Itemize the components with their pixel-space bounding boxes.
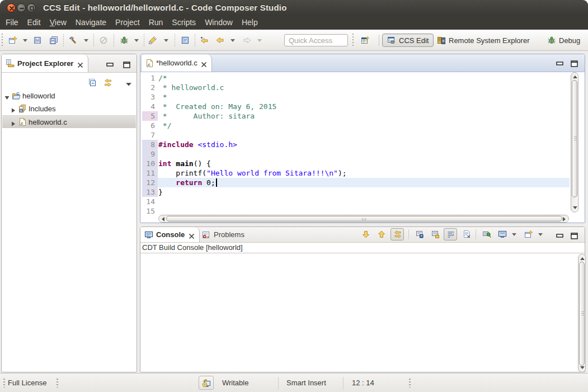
- open-console-dropdown-icon[interactable]: [538, 233, 543, 236]
- build-button[interactable]: [68, 36, 77, 45]
- perspective-ccs-edit[interactable]: CCS Edit: [382, 34, 434, 47]
- next-error-button[interactable]: [361, 230, 370, 239]
- editor-line-1[interactable]: 1/*: [140, 73, 585, 83]
- tab-editor-helloworld-c[interactable]: .c *helloworld.c: [141, 54, 212, 72]
- link-with-editor-button[interactable]: [104, 78, 112, 87]
- menu-file[interactable]: File: [1, 16, 23, 30]
- minimize-console-button[interactable]: [556, 232, 564, 238]
- pin-console-button[interactable]: [482, 230, 491, 239]
- console-vertical-scrollbar[interactable]: [578, 254, 586, 372]
- build-dropdown-icon[interactable]: [84, 39, 88, 42]
- launch-status-button[interactable]: [199, 376, 214, 390]
- forward-button[interactable]: [243, 36, 252, 45]
- code-editor[interactable]: 1/*2 * helloworld.c3 *4 * Created on: Ma…: [140, 73, 585, 216]
- skip-all-breakpoints-button[interactable]: [99, 36, 108, 45]
- scrollbar-thumb[interactable]: [166, 216, 562, 221]
- editor-vertical-scrollbar[interactable]: [571, 72, 578, 212]
- expander-expanded-icon[interactable]: [4, 93, 10, 99]
- tab-problems[interactable]: Problems: [197, 227, 249, 242]
- scroll-up-icon[interactable]: [573, 75, 577, 78]
- menu-navigate[interactable]: Navigate: [71, 16, 111, 30]
- display-selected-console-dropdown-icon[interactable]: [512, 233, 516, 236]
- scroll-up-icon[interactable]: [580, 257, 585, 260]
- close-tab-icon[interactable]: [77, 60, 83, 67]
- close-tab-icon[interactable]: [201, 60, 207, 66]
- word-wrap-button[interactable]: [446, 230, 455, 239]
- open-console-button[interactable]: [524, 230, 533, 239]
- maximize-editor-button[interactable]: [571, 59, 578, 66]
- tree-item-includes[interactable]: hIncludes: [2, 102, 136, 115]
- view-menu-button[interactable]: [125, 80, 134, 89]
- editor-line-6[interactable]: 6 */: [140, 121, 585, 130]
- editor-line-11[interactable]: 11 printf("Hello world from Sitara!!!\n"…: [140, 168, 585, 178]
- editor-line-10[interactable]: 10int main() {: [140, 159, 585, 168]
- menu-project[interactable]: Project: [111, 16, 144, 30]
- close-tab-icon[interactable]: [189, 232, 195, 238]
- debug-dropdown-icon[interactable]: [134, 39, 139, 42]
- titlebar[interactable]: CCS Edit - helloworld/helloworld.c - Cod…: [0, 0, 588, 16]
- editor-line-3[interactable]: 3 *: [140, 92, 585, 102]
- tab-console[interactable]: Console: [140, 227, 200, 242]
- flash-button[interactable]: [148, 36, 157, 45]
- tree-item-helloworld[interactable]: Chelloworld: [2, 89, 136, 102]
- editor-line-4[interactable]: 4 * Created on: May 6, 2015: [140, 102, 585, 111]
- display-selected-console-button[interactable]: [498, 230, 507, 239]
- show-console-stdout-button[interactable]: [415, 230, 424, 239]
- menu-view[interactable]: View: [45, 16, 71, 30]
- debug-button[interactable]: [120, 36, 129, 45]
- new-dropdown-icon[interactable]: [23, 39, 27, 42]
- perspective-remote-system-explorer[interactable]: Remote System Explorer: [432, 34, 534, 47]
- scroll-right-icon[interactable]: [563, 217, 566, 221]
- menu-scripts[interactable]: Scripts: [167, 16, 200, 30]
- text-cursor: [216, 178, 217, 187]
- editor-line-9[interactable]: 9: [140, 149, 585, 159]
- collapse-all-button[interactable]: [88, 78, 97, 87]
- menu-help[interactable]: Help: [237, 16, 262, 30]
- editor-line-8[interactable]: 8#include <stdio.h>: [140, 140, 585, 149]
- open-perspective-button[interactable]: [361, 36, 370, 45]
- menu-run[interactable]: Run: [144, 16, 168, 30]
- view-console-button[interactable]: [181, 36, 190, 45]
- editor-line-7[interactable]: 7: [140, 130, 585, 140]
- back-dropdown-icon[interactable]: [231, 39, 235, 42]
- clear-console-button[interactable]: [462, 230, 471, 239]
- minimize-button[interactable]: [17, 3, 26, 12]
- expander-collapsed-icon[interactable]: [10, 119, 16, 125]
- scroll-down-icon[interactable]: [573, 206, 577, 209]
- tab-project-explorer[interactable]: Project Explorer: [2, 54, 88, 72]
- previous-error-button[interactable]: [377, 230, 386, 239]
- forward-dropdown-icon[interactable]: [257, 39, 262, 42]
- minimize-editor-button[interactable]: [556, 59, 564, 66]
- show-console-stderr-button[interactable]: [431, 230, 440, 239]
- maximize-console-button[interactable]: [571, 232, 578, 238]
- save-button[interactable]: [33, 36, 42, 45]
- show-error-in-editor-button[interactable]: [393, 230, 402, 239]
- editor-line-12[interactable]: 12 return 0;: [140, 178, 585, 187]
- flash-dropdown-icon[interactable]: [164, 39, 168, 42]
- scroll-left-icon[interactable]: [162, 217, 164, 221]
- last-edit-location-button[interactable]: [200, 36, 209, 45]
- scrollbar-thumb[interactable]: [579, 262, 585, 366]
- maximize-button[interactable]: [27, 3, 36, 12]
- editor-line-2[interactable]: 2 * helloworld.c: [140, 83, 585, 92]
- close-button[interactable]: [7, 3, 16, 12]
- editor-line-5[interactable]: 5 * Author: sitara: [140, 111, 585, 121]
- menu-window[interactable]: Window: [200, 16, 237, 30]
- minimize-view-button[interactable]: [106, 60, 114, 67]
- back-button[interactable]: [215, 36, 224, 45]
- editor-horizontal-scrollbar[interactable]: [158, 215, 569, 223]
- perspective-label: Debug: [559, 36, 580, 45]
- scroll-down-icon[interactable]: [580, 366, 585, 369]
- maximize-view-button[interactable]: [123, 60, 131, 67]
- perspective-debug[interactable]: Debug: [543, 34, 585, 47]
- menu-edit[interactable]: Edit: [23, 16, 45, 30]
- scrollbar-thumb[interactable]: [572, 80, 577, 197]
- editor-line-13[interactable]: 13}: [140, 187, 585, 197]
- tree-item-helloworld-c[interactable]: .chelloworld.c: [2, 115, 136, 128]
- expander-collapsed-icon[interactable]: [10, 106, 16, 112]
- editor-line-14[interactable]: 14: [140, 197, 585, 206]
- new-button[interactable]: [8, 36, 17, 45]
- toolbar-drag-handle: [352, 34, 354, 48]
- save-all-button[interactable]: [49, 36, 58, 45]
- quick-access-input[interactable]: [284, 34, 348, 46]
